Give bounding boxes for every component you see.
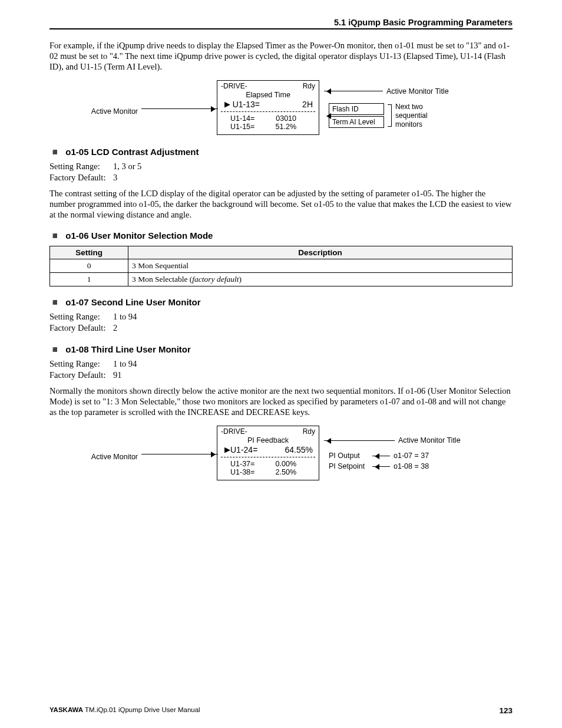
diagram2-right: Active Monitor Title PI Output o1-07 = 3… xyxy=(319,436,483,470)
factory-default-key: Factory Default: xyxy=(49,172,113,183)
active-monitor-title-label: Active Monitor Title xyxy=(383,87,449,95)
lcd-sub-line-1: U1-14= 03010 xyxy=(221,114,315,123)
table-row: 0 3 Mon Sequential xyxy=(50,259,513,273)
lcd-sub1-lbl: U1-14= xyxy=(230,114,265,123)
lcd-sub-line-1: U1-37= 0.00% xyxy=(221,460,315,468)
lcd-sub1-val: 03010 xyxy=(265,114,296,123)
factory-default-val: 3 xyxy=(113,172,117,183)
intro-paragraph: For example, if the iQpump drive needs t… xyxy=(49,40,513,72)
th-setting: Setting xyxy=(50,246,128,259)
lcd-main-line: ▶ U1-13= 2H xyxy=(221,100,315,109)
lcd-title: Elapsed Time xyxy=(221,91,315,99)
lcd-main-lbl: U1-24= xyxy=(230,445,257,454)
setting-range-val: 1 to 94 xyxy=(113,358,137,370)
setting-range-key: Setting Range: xyxy=(49,358,113,370)
annotation-line1: PI Output xyxy=(329,452,369,460)
cell-desc: 3 Mon Sequential xyxy=(128,259,513,273)
o1-08-settings: Setting Range:1 to 94 Factory Default:91 xyxy=(49,358,513,381)
diagram1-right: Active Monitor Title Flash ID Term AI Le… xyxy=(319,87,483,129)
lcd-display-1: -DRIVE- Rdy Elapsed Time ▶ U1-13= 2H U1-… xyxy=(217,80,319,135)
setting-range-key: Setting Range: xyxy=(49,311,113,322)
setting-range-val: 1, 3 or 5 xyxy=(113,161,141,172)
connector-line xyxy=(141,108,218,109)
diagram-2: Active Monitor -DRIVE- Rdy PI Feedback ▶… xyxy=(49,426,513,480)
annotation-box-line1: Flash ID xyxy=(329,103,384,115)
cell-setting: 1 xyxy=(50,273,128,286)
connector-line xyxy=(324,91,383,91)
annotation-box-line2: Term AI Level xyxy=(329,116,384,128)
lcd-top-left: -DRIVE- xyxy=(221,427,247,436)
factory-default-val: 2 xyxy=(113,322,117,334)
sequential-monitors-label: Next two sequential monitors xyxy=(395,103,428,129)
section-header: 5.1 iQpump Basic Programming Parameters xyxy=(49,18,513,29)
footer-brand: YASKAWA xyxy=(49,706,83,713)
o1-05-body: The contrast setting of the LCD display … xyxy=(49,188,513,220)
footer-manual-title: TM.iQp.01 iQpump Drive User Manual xyxy=(83,706,200,713)
heading-o1-06: o1-06 User Monitor Selection Mode xyxy=(49,230,513,241)
connector-line xyxy=(372,456,390,456)
o1-06-table: Setting Description 0 3 Mon Sequential 1… xyxy=(49,246,513,286)
diagram1-left-label: Active Monitor xyxy=(79,107,141,116)
setting-range-val: 1 to 94 xyxy=(113,311,137,322)
factory-default-val: 91 xyxy=(113,370,122,381)
cell-setting: 0 xyxy=(50,259,128,273)
heading-o1-08: o1-08 Third Line User Monitor xyxy=(49,344,513,355)
lcd-main-val: 64.55% xyxy=(285,445,315,454)
connector-line xyxy=(141,454,218,454)
lcd-top-right: Rdy xyxy=(303,427,315,436)
heading-o1-05: o1-05 LCD Contrast Adjustment xyxy=(49,147,513,157)
lcd-main-line: ▶U1-24= 64.55% xyxy=(221,445,315,454)
o1-07-value: o1-07 = 37 xyxy=(394,452,429,460)
lcd-main-val: 2H xyxy=(302,100,315,109)
lcd-sub2-lbl: U1-15= xyxy=(230,123,265,131)
th-description: Description xyxy=(128,246,513,259)
page-number: 123 xyxy=(499,706,513,715)
lcd-divider xyxy=(221,111,315,112)
cell-desc: 3 Mon Selectable (factory default) xyxy=(128,273,513,286)
lcd-sub1-val: 0.00% xyxy=(265,460,296,468)
lcd-top-right: Rdy xyxy=(303,82,315,90)
annotation-line2: PI Setpoint xyxy=(329,462,369,470)
setting-range-key: Setting Range: xyxy=(49,161,113,172)
factory-default-key: Factory Default: xyxy=(49,322,113,334)
lcd-title: PI Feedback xyxy=(221,436,315,444)
table-header-row: Setting Description xyxy=(50,246,513,259)
connector-line xyxy=(372,466,390,467)
o1-07-settings: Setting Range:1 to 94 Factory Default:2 xyxy=(49,311,513,334)
lcd-sub1-lbl: U1-37= xyxy=(230,460,265,468)
footer-left: YASKAWA TM.iQp.01 iQpump Drive User Manu… xyxy=(49,706,200,715)
diagram-1: Active Monitor -DRIVE- Rdy Elapsed Time … xyxy=(49,80,513,135)
lcd-main-lbl: U1-13= xyxy=(233,100,260,109)
lcd-sub-line-2: U1-38= 2.50% xyxy=(221,468,315,476)
diagram2-left-label: Active Monitor xyxy=(79,453,141,461)
o1-05-settings: Setting Range:1, 3 or 5 Factory Default:… xyxy=(49,161,513,183)
o1-08-value: o1-08 = 38 xyxy=(394,462,429,470)
lcd-display-2: -DRIVE- Rdy PI Feedback ▶U1-24= 64.55% U… xyxy=(217,426,319,480)
lcd-sub2-val: 51.2% xyxy=(265,123,296,131)
heading-o1-07: o1-07 Second Line User Monitor xyxy=(49,297,513,308)
brace-icon xyxy=(388,104,392,127)
lcd-sub-line-2: U1-15= 51.2% xyxy=(221,123,315,131)
table-row: 1 3 Mon Selectable (factory default) xyxy=(50,273,513,286)
document-page: 5.1 iQpump Basic Programming Parameters … xyxy=(25,0,537,728)
active-monitor-title-label: Active Monitor Title xyxy=(395,436,461,444)
lcd-divider xyxy=(221,457,315,457)
lcd-sub2-lbl: U1-38= xyxy=(230,468,265,476)
lcd-sub2-val: 2.50% xyxy=(265,468,296,476)
page-footer: YASKAWA TM.iQp.01 iQpump Drive User Manu… xyxy=(49,706,513,715)
o1-08-body: Normally the monitors shown directly bel… xyxy=(49,386,513,417)
connector-line xyxy=(324,440,395,441)
factory-default-key: Factory Default: xyxy=(49,370,113,381)
lcd-top-left: -DRIVE- xyxy=(221,82,247,90)
